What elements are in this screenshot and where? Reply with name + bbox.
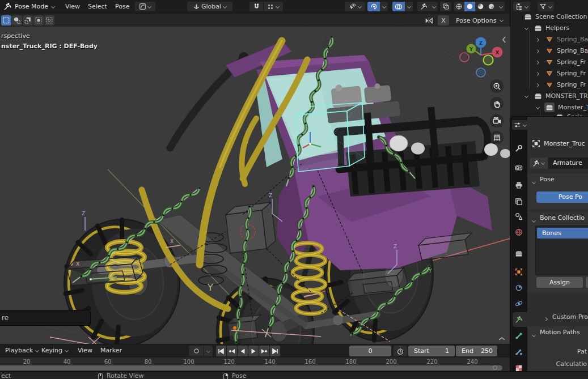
select-mode-intersect-button[interactable] (44, 15, 54, 25)
menu-view[interactable]: View (62, 2, 83, 11)
armature-overlay-dropdown[interactable] (430, 2, 438, 11)
jump-to-end-button[interactable] (270, 346, 280, 356)
properties-editor-dropdown[interactable] (512, 120, 528, 130)
tab-tool[interactable] (515, 144, 523, 152)
bone-collections-list[interactable]: Bones (535, 225, 588, 275)
camera-view-button[interactable] (490, 114, 504, 127)
panel-collapse-chevron[interactable] (531, 333, 536, 338)
mirror-x-toggle[interactable]: X (438, 15, 449, 25)
pose-options-dropdown[interactable]: Pose Options (454, 15, 506, 25)
armature-name-field[interactable]: Armature (548, 157, 588, 169)
gizmos-dropdown[interactable] (380, 2, 388, 11)
shading-dropdown[interactable] (497, 2, 505, 11)
assign-button[interactable]: Assign (536, 277, 583, 288)
outliner-row-monster-truck-collection[interactable]: MONSTER_TR (510, 91, 588, 102)
tab-scene[interactable] (515, 212, 523, 220)
outliner-row-partial[interactable]: Sprin (510, 112, 588, 116)
expand-chevron-icon[interactable] (524, 94, 528, 99)
tab-constraints[interactable] (515, 284, 523, 292)
shading-wireframe-button[interactable] (454, 2, 464, 11)
gizmo-neg-z-ball[interactable] (476, 68, 485, 77)
tab-output[interactable] (515, 181, 523, 189)
jump-to-start-button[interactable] (216, 346, 226, 356)
motion-paths-title[interactable]: Motion Paths (540, 329, 580, 336)
custom-properties-row[interactable]: Custom Prop (527, 310, 588, 325)
auto-keying-dropdown[interactable] (204, 346, 213, 356)
play-reverse-button[interactable] (238, 346, 248, 356)
expand-chevron-icon[interactable] (535, 49, 540, 53)
next-keyframe-button[interactable] (259, 346, 269, 356)
xray-toggle-button[interactable] (440, 2, 451, 11)
tab-render[interactable] (515, 164, 523, 172)
overlays-dropdown[interactable] (405, 2, 413, 11)
nav-gizmo[interactable]: Z Y X (452, 31, 509, 88)
tab-world[interactable] (515, 228, 523, 236)
timeline-expand-arrow[interactable] (498, 336, 506, 342)
3d-viewport[interactable]: Z Z Z X X X Y Y rspective nster_Truck_RI… (0, 27, 510, 344)
gizmo-neg-y-ball[interactable] (484, 56, 493, 65)
expand-chevron-icon[interactable] (535, 71, 540, 76)
tab-bone-constraint[interactable] (515, 348, 523, 356)
pan-button[interactable] (490, 97, 504, 110)
outliner-display-dropdown[interactable] (513, 2, 530, 11)
timeline-ruler[interactable]: 20 40 60 80 100 120 140 160 180 200 220 … (0, 357, 510, 371)
select-mode-subtract-button[interactable] (23, 15, 33, 25)
use-preview-range-button[interactable] (394, 346, 407, 356)
tab-texture[interactable] (515, 364, 523, 371)
panel-collapse-chevron[interactable] (531, 219, 536, 223)
current-frame-field[interactable]: 0 (349, 346, 391, 356)
panel-collapse-chevron[interactable] (531, 180, 536, 185)
tab-object[interactable] (515, 268, 523, 276)
tab-physics[interactable] (515, 300, 523, 308)
panel-expand-chevron[interactable] (544, 317, 548, 321)
gizmo-neg-x-ball[interactable] (460, 53, 469, 62)
expand-chevron-icon[interactable] (535, 37, 540, 42)
bone-collection-item-bones[interactable]: Bones (537, 228, 588, 239)
sidebar-collapse-arrow[interactable] (501, 36, 507, 44)
shading-rendered-button[interactable] (486, 2, 497, 11)
prev-keyframe-button[interactable] (227, 346, 237, 356)
outliner-row-spring[interactable]: Spring_Fr (510, 68, 588, 79)
outliner-row-spring[interactable]: Spring_Fr (510, 79, 588, 91)
expand-chevron-icon[interactable] (524, 26, 528, 31)
select-mode-invert-button[interactable] (33, 15, 44, 25)
timeline-menu-view[interactable]: View (75, 346, 95, 355)
outliner-row-spring[interactable]: Spring_Ba (510, 45, 588, 57)
ortho-toggle-button[interactable] (490, 131, 504, 144)
timeline-menu-marker[interactable]: Marker (98, 346, 125, 355)
zoom-button[interactable] (490, 79, 504, 93)
timeline-menu-keying[interactable]: Keying (39, 346, 71, 355)
outliner-row-scene-collection[interactable]: Scene Collection (510, 11, 588, 23)
play-button[interactable] (248, 346, 259, 356)
outliner-row-spring[interactable]: Spring_Ba (510, 34, 588, 45)
bone-collections-title[interactable]: Bone Collectio (540, 214, 585, 222)
overlays-toggle-button[interactable] (392, 2, 405, 11)
tab-bone[interactable] (515, 332, 523, 340)
breadcrumb-object-name[interactable]: Monster_Truc (544, 140, 585, 147)
menu-select[interactable]: Select (85, 2, 110, 11)
shading-solid-button[interactable] (464, 2, 475, 11)
timeline-scrollbar[interactable] (0, 365, 502, 371)
mode-dropdown[interactable]: Pose Mode (1, 1, 58, 12)
armature-overlay-button[interactable] (417, 2, 430, 11)
auto-keying-toggle[interactable] (189, 346, 204, 356)
pose-position-button[interactable]: Pose Po (536, 191, 588, 203)
select-mode-set-button[interactable] (1, 15, 11, 25)
frame-end-field[interactable]: End 250 (456, 346, 497, 356)
timeline-menu-playback[interactable]: Playback (2, 346, 43, 355)
shading-material-button[interactable] (475, 2, 486, 11)
menu-pose[interactable]: Pose (112, 2, 132, 11)
tab-view-layer[interactable] (515, 198, 523, 206)
snap-toggle-button[interactable] (249, 2, 263, 11)
pose-panel-title[interactable]: Pose (540, 176, 554, 183)
outliner-filter-dropdown[interactable] (538, 2, 554, 11)
falloff-dropdown[interactable] (135, 2, 155, 11)
frame-start-field[interactable]: Start 1 (408, 346, 455, 356)
tab-collection[interactable] (515, 250, 523, 258)
gizmos-toggle-button[interactable] (367, 2, 380, 11)
outliner-row-helpers[interactable]: Helpers (510, 23, 588, 34)
tab-object-data-armature[interactable] (515, 316, 523, 323)
remove-button-partial[interactable] (586, 277, 588, 288)
snap-target-dropdown[interactable] (264, 2, 283, 11)
data-id-type-dropdown[interactable] (530, 157, 548, 169)
